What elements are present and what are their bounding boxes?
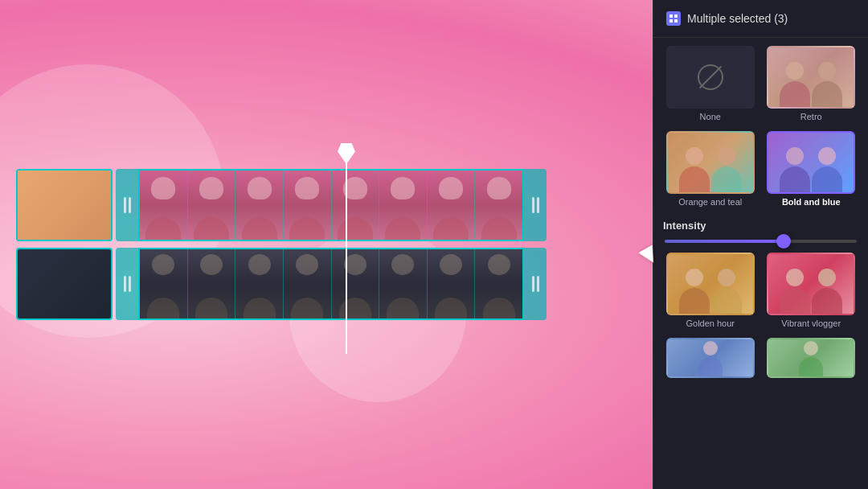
filter-item-more1[interactable] [663, 338, 758, 378]
clip-seg-6 [379, 171, 428, 240]
timeline-area [0, 0, 563, 489]
clip-dark-7 [428, 249, 476, 318]
bb-person-1 [780, 147, 810, 192]
handle-icon-1 [119, 197, 136, 213]
retro-person-1 [780, 62, 810, 107]
vibrant-persons [768, 269, 854, 314]
right-panel: Multiple selected (3) None [653, 0, 868, 489]
pre-clip-2[interactable] [16, 248, 113, 320]
track-handle-left-2[interactable] [116, 248, 138, 320]
retro-person-2 [812, 62, 842, 107]
handle-icon-right-1 [527, 197, 544, 213]
svg-rect-0 [669, 14, 673, 18]
track-container [16, 169, 547, 320]
track-handle-right-2[interactable] [524, 248, 547, 320]
clip-seg-8 [475, 171, 522, 240]
clip-seg-5 [332, 171, 380, 240]
track-clips-2[interactable] [138, 248, 524, 320]
filter-item-golden[interactable]: Golden hour [663, 253, 758, 328]
m2-person-1 [799, 341, 823, 376]
filter-label-golden: Golden hour [686, 318, 735, 328]
filter-thumb-none [666, 46, 755, 109]
ot-person-2 [711, 147, 742, 192]
filter-label-vibrant: Vibrant vlogger [781, 318, 841, 328]
filter-item-more2[interactable] [764, 338, 859, 378]
panel-scroll[interactable]: None Retro [653, 38, 868, 489]
retro-persons [768, 62, 854, 107]
intensity-label: Intensity [663, 220, 858, 232]
golden-persons [668, 269, 753, 314]
more2-persons [768, 341, 854, 376]
svg-rect-1 [674, 14, 678, 18]
filter-thumb-retro [767, 46, 855, 109]
filter-item-orange-teal[interactable]: Orange and teal [663, 131, 758, 207]
svg-rect-3 [674, 19, 678, 23]
g-person-1 [679, 269, 710, 314]
v-person-1 [780, 269, 810, 314]
video-track-1 [16, 169, 547, 241]
clip-dark-3 [235, 249, 284, 318]
filter-grid-row3: Golden hour Vibran [663, 253, 858, 328]
filter-grid-top: None Retro [663, 46, 858, 121]
clip-seg-4 [284, 171, 332, 240]
slider-thumb[interactable] [776, 234, 791, 249]
slider-fill [665, 240, 784, 243]
track-handle-left-1[interactable] [116, 169, 138, 241]
intensity-section: Intensity [663, 216, 858, 253]
filter-thumb-more2 [767, 338, 855, 378]
track-handle-right-1[interactable] [524, 169, 547, 241]
svg-rect-2 [669, 19, 673, 23]
panel-title: Multiple selected (3) [687, 12, 788, 25]
clip-dark-4 [284, 249, 332, 318]
filter-grid-row2: Orange and teal Bo [663, 131, 858, 207]
clip-dark-6 [379, 249, 428, 318]
panel-icon [666, 11, 681, 26]
filter-label-bold-blue: Bold and blue [782, 197, 841, 207]
bb-persons [768, 147, 854, 192]
pre-clip-1[interactable] [16, 169, 113, 241]
clip-seg-2 [188, 171, 236, 240]
filter-item-retro[interactable]: Retro [764, 46, 859, 121]
filter-thumb-vibrant [767, 253, 855, 315]
g-person-2 [711, 269, 742, 314]
clip-dark-2 [188, 249, 236, 318]
clip-seg-1 [140, 171, 188, 240]
orange-teal-persons [668, 147, 753, 192]
clip-seg-7 [428, 171, 476, 240]
filter-thumb-golden [666, 253, 755, 315]
clip-dark-8 [475, 249, 522, 318]
bb-person-2 [812, 147, 842, 192]
more1-persons [668, 341, 753, 376]
clip-seg-3 [235, 171, 284, 240]
filter-item-bold-blue[interactable]: Bold and blue [764, 131, 859, 207]
handle-icon-right-2 [527, 276, 544, 292]
clip-dark-1 [140, 249, 188, 318]
slider-container[interactable] [663, 240, 858, 243]
video-track-2 [16, 248, 547, 320]
filter-thumb-orange-teal [666, 131, 755, 194]
filter-thumb-more1 [666, 338, 755, 378]
clip-dark-5 [332, 249, 380, 318]
filter-label-orange-teal: Orange and teal [678, 197, 742, 207]
filter-thumb-bold-blue [767, 131, 855, 194]
clips-row-1 [140, 171, 522, 240]
filter-label-none: None [700, 112, 721, 121]
clips-row-2 [140, 249, 522, 318]
track-clips-1[interactable] [138, 169, 524, 241]
playhead-line [346, 145, 347, 354]
slider-track [665, 240, 857, 243]
filter-item-none[interactable]: None [663, 46, 758, 121]
ot-person-1 [679, 147, 710, 192]
filter-label-retro: Retro [800, 112, 822, 121]
m1-person-1 [698, 341, 723, 376]
filter-none-icon [698, 64, 723, 90]
filter-grid-row4 [663, 338, 858, 378]
filter-item-vibrant[interactable]: Vibrant vlogger [764, 253, 859, 328]
panel-header: Multiple selected (3) [653, 0, 868, 38]
handle-icon-2 [119, 276, 136, 292]
v-person-2 [812, 269, 842, 314]
